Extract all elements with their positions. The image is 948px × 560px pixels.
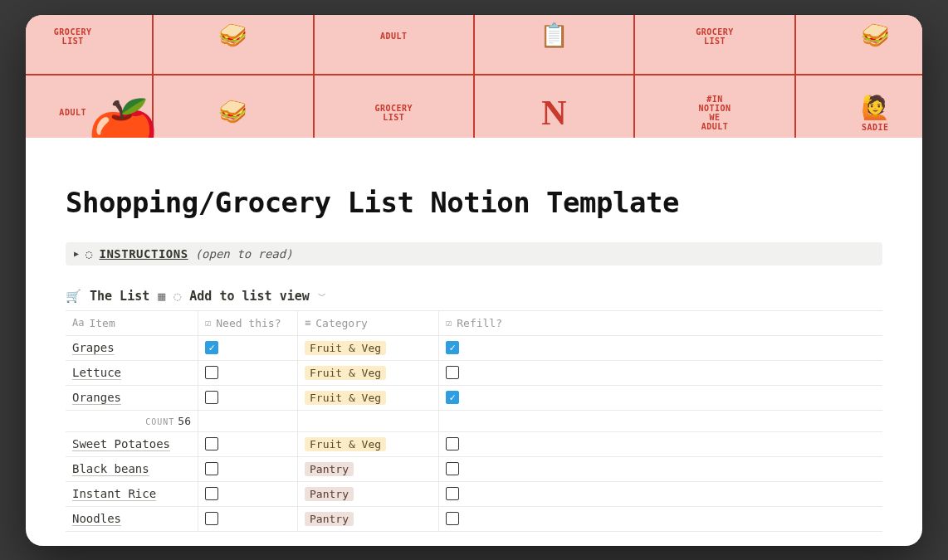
col-header-refill-label: Refill? <box>457 317 502 329</box>
cell-need-this[interactable]: ✓ <box>198 336 298 360</box>
cell-item[interactable]: Noodles <box>66 507 198 531</box>
category-tag: Fruit & Veg <box>305 391 386 405</box>
col-header-need[interactable]: ☑ Need this? <box>198 311 298 335</box>
page-icon[interactable]: 🍎 <box>86 101 160 138</box>
instructions-toggle[interactable]: ▶ ◌ INSTRUCTIONS (open to read) <box>66 242 882 265</box>
cell-refill[interactable] <box>439 432 882 456</box>
table-view-icon: ▦ <box>158 289 165 304</box>
col-header-item[interactable]: Aa Item <box>66 311 198 335</box>
table-row[interactable]: LettuceFruit & Veg <box>66 361 882 386</box>
cell-item[interactable]: Black beans <box>66 457 198 481</box>
count-value: 56 <box>178 415 191 427</box>
banner-tile: 🥪 <box>794 15 922 75</box>
banner-tile: 🥪 <box>152 15 314 75</box>
cell-item[interactable]: Oranges <box>66 386 198 410</box>
banner-tile: GROCERYLIST <box>313 74 475 138</box>
cell-item[interactable]: Sweet Potatoes <box>66 432 198 456</box>
table-row[interactable]: Black beansPantry <box>66 457 882 482</box>
cell-need-this[interactable] <box>198 457 298 481</box>
cell-category[interactable]: Fruit & Veg <box>298 386 439 410</box>
table-count-row: COUNT 56 <box>66 411 882 432</box>
chevron-down-icon[interactable]: ﹀ <box>318 290 326 302</box>
checkbox[interactable] <box>446 366 459 379</box>
cell-need-this[interactable] <box>198 507 298 531</box>
toggle-small-icon: ◌ <box>86 247 92 261</box>
banner-tile: 🙋SADIE <box>794 74 922 138</box>
checkbox[interactable] <box>446 437 459 450</box>
cell-need-this[interactable] <box>198 432 298 456</box>
cell-refill[interactable]: ✓ <box>439 386 882 410</box>
banner-tile: N <box>473 74 635 138</box>
cell-refill[interactable] <box>439 507 882 531</box>
col-header-category[interactable]: ≡ Category <box>298 311 439 335</box>
count-label: COUNT <box>145 417 174 426</box>
cell-refill[interactable] <box>439 457 882 481</box>
cell-refill[interactable]: ✓ <box>439 336 882 360</box>
cell-need-this[interactable] <box>198 361 298 385</box>
cell-item[interactable]: Lettuce <box>66 361 198 385</box>
checkbox[interactable] <box>205 391 218 404</box>
grocery-table: Aa Item ☑ Need this? ≡ Category ☑ Refill… <box>66 310 882 532</box>
view-tab-add-to-list[interactable]: Add to list view <box>189 289 310 304</box>
cell-category[interactable]: Pantry <box>298 507 439 531</box>
page-content: Shopping/Grocery List Notion Template ▶ … <box>26 138 922 532</box>
checkbox[interactable] <box>446 487 459 500</box>
app-window: GROCERYLIST🥪ADULT📋GROCERYLIST🥪ADULT🥪GROC… <box>26 15 922 546</box>
cover-banner: GROCERYLIST🥪ADULT📋GROCERYLIST🥪ADULT🥪GROC… <box>26 15 922 138</box>
checkbox[interactable]: ✓ <box>205 341 218 354</box>
banner-tile: 📋 <box>473 15 635 75</box>
cell-category[interactable]: Fruit & Veg <box>298 432 439 456</box>
cell-category[interactable]: Fruit & Veg <box>298 336 439 360</box>
banner-tile-grid: GROCERYLIST🥪ADULT📋GROCERYLIST🥪ADULT🥪GROC… <box>26 15 922 138</box>
category-tag: Fruit & Veg <box>305 341 386 355</box>
banner-tile: GROCERYLIST <box>26 15 154 75</box>
table-row[interactable]: OrangesFruit & Veg✓ <box>66 386 882 411</box>
cell-need-this[interactable] <box>198 482 298 506</box>
cell-refill[interactable] <box>439 482 882 506</box>
text-property-icon: Aa <box>72 317 84 329</box>
checkbox[interactable]: ✓ <box>446 391 459 404</box>
checkbox[interactable] <box>205 437 218 450</box>
checkbox[interactable] <box>205 487 218 500</box>
banner-tile: ADULT <box>313 15 475 75</box>
col-header-refill[interactable]: ☑ Refill? <box>439 311 882 335</box>
banner-tile: #INNOTIONWEADULT <box>633 74 795 138</box>
toggle-label: INSTRUCTIONS <box>99 247 188 261</box>
cell-category[interactable]: Pantry <box>298 482 439 506</box>
cell-category[interactable]: Pantry <box>298 457 439 481</box>
table-header-row: Aa Item ☑ Need this? ≡ Category ☑ Refill… <box>66 311 882 336</box>
banner-tile: GROCERYLIST <box>633 15 795 75</box>
database-view-tabs: 🛒 The List ▦ ◌ Add to list view ﹀ <box>66 289 882 304</box>
checkbox[interactable] <box>205 462 218 475</box>
category-tag: Pantry <box>305 487 354 501</box>
category-tag: Pantry <box>305 462 354 476</box>
cell-need-this[interactable] <box>198 386 298 410</box>
table-row[interactable]: Instant RicePantry <box>66 482 882 507</box>
cell-refill[interactable] <box>439 361 882 385</box>
checkbox[interactable] <box>205 512 218 525</box>
cell-item[interactable]: Grapes <box>66 336 198 360</box>
table-row[interactable]: Sweet PotatoesFruit & Veg <box>66 432 882 457</box>
page-title[interactable]: Shopping/Grocery List Notion Template <box>66 186 882 219</box>
col-header-need-label: Need this? <box>216 317 281 329</box>
col-header-category-label: Category <box>315 317 368 329</box>
checkbox-property-icon: ☑ <box>446 317 452 329</box>
checkbox[interactable] <box>446 462 459 475</box>
checkbox[interactable]: ✓ <box>446 341 459 354</box>
table-row[interactable]: Grapes✓Fruit & Veg✓ <box>66 336 882 361</box>
cell-item[interactable]: Instant Rice <box>66 482 198 506</box>
checkbox[interactable] <box>205 366 218 379</box>
category-tag: Fruit & Veg <box>305 437 386 451</box>
checkbox[interactable] <box>446 512 459 525</box>
view-tab-the-list[interactable]: The List <box>90 289 149 304</box>
view-loading-icon: ◌ <box>173 289 181 304</box>
checkbox-property-icon: ☑ <box>205 317 211 329</box>
cell-category[interactable]: Fruit & Veg <box>298 361 439 385</box>
toggle-hint: (open to read) <box>195 247 293 261</box>
toggle-triangle-icon: ▶ <box>74 249 79 258</box>
category-tag: Pantry <box>305 512 354 526</box>
table-row[interactable]: NoodlesPantry <box>66 507 882 532</box>
banner-tile: 🥪 <box>152 74 314 138</box>
category-tag: Fruit & Veg <box>305 366 386 380</box>
cart-icon: 🛒 <box>66 289 81 304</box>
